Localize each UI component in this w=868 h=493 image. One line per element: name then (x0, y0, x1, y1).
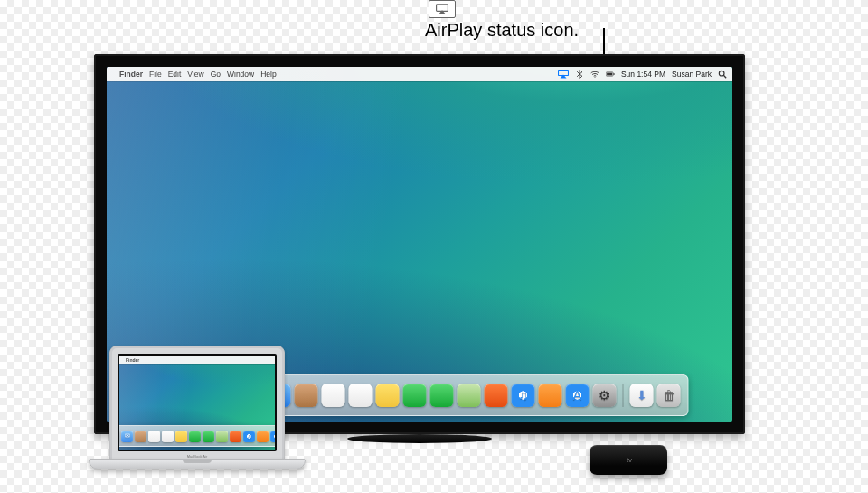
dock-app-notes[interactable] (175, 431, 187, 442)
dock-app-photo-booth[interactable] (485, 384, 508, 407)
menubar-app-name[interactable]: Finder (119, 70, 143, 79)
tv-stand (347, 434, 492, 443)
dock-app-messages[interactable] (403, 384, 427, 407)
scene: AirPlay status icon. Finder File Edit Vi… (0, 0, 868, 493)
dock-app-system-preferences[interactable]: ⚙︎ (593, 384, 617, 407)
dock-app-maps[interactable] (458, 384, 481, 407)
dock-app-trash[interactable]: 🗑 (657, 384, 681, 407)
dock-app-calendar[interactable] (322, 384, 345, 407)
dock-app-facetime[interactable] (203, 431, 214, 442)
macbook: Finder ✉︎♫A⚙︎⬇︎🗑 MacBook Air (89, 346, 304, 488)
wifi-status-icon[interactable] (590, 70, 599, 79)
macbook-lid: Finder ✉︎♫A⚙︎⬇︎🗑 MacBook Air (109, 346, 285, 461)
dock-app-maps[interactable] (216, 431, 228, 442)
airplay-icon (436, 4, 448, 14)
spotlight-icon[interactable] (718, 70, 727, 79)
dock-app-ibooks[interactable] (539, 384, 562, 407)
macbook-desktop: Finder ✉︎♫A⚙︎⬇︎🗑 (119, 356, 275, 450)
apple-tv-logo-text: tv (627, 456, 632, 464)
dock-app-photo-booth[interactable] (230, 431, 241, 442)
dock-app-reminders[interactable] (162, 431, 174, 442)
macbook-base (89, 459, 306, 469)
dock-app-notes[interactable] (376, 384, 400, 407)
dock-app-itunes[interactable]: ♫ (512, 384, 535, 407)
macbook-screen: Finder ✉︎♫A⚙︎⬇︎🗑 (119, 356, 275, 450)
macbook-bezel: Finder ✉︎♫A⚙︎⬇︎🗑 (118, 354, 277, 451)
menu-window[interactable]: Window (227, 70, 254, 79)
menu-go[interactable]: Go (211, 70, 221, 79)
dock-app-ibooks[interactable] (257, 431, 269, 442)
menu-file[interactable]: File (149, 70, 162, 79)
menu-help[interactable]: Help (260, 70, 276, 79)
battery-status-icon[interactable] (606, 70, 615, 79)
menubar[interactable]: Finder File Edit View Go Window Help (107, 67, 732, 81)
macbook-menubar[interactable]: Finder (119, 356, 275, 364)
airplay-callout-label: AirPlay status icon. (425, 20, 579, 41)
apple-tv-logo: tv (625, 456, 632, 464)
svg-rect-5 (607, 73, 612, 76)
dock-app-facetime[interactable] (430, 384, 454, 407)
dock-separator (623, 384, 624, 407)
dock-app-mail[interactable]: ✉︎ (121, 431, 133, 442)
dock-app-calendar[interactable] (148, 431, 160, 442)
dock-app-itunes[interactable]: ♫ (243, 431, 255, 442)
dock-app-reminders[interactable] (349, 384, 373, 407)
dock-app-downloads[interactable]: ⬇︎ (630, 384, 654, 407)
airplay-callout-icon-box (429, 0, 456, 18)
macbook-dock[interactable]: ✉︎♫A⚙︎⬇︎🗑 (119, 425, 275, 447)
apple-tv-device: tv (590, 445, 667, 475)
dock-app-contacts[interactable] (135, 431, 146, 442)
menubar-clock[interactable]: Sun 1:54 PM (621, 70, 665, 79)
menubar-app-name[interactable]: Finder (126, 357, 139, 363)
dock-app-messages[interactable] (189, 431, 201, 442)
airplay-status-icon[interactable] (558, 70, 569, 79)
svg-rect-4 (613, 73, 614, 75)
menubar-user[interactable]: Susan Park (672, 70, 712, 79)
dock-app-app-store[interactable]: A (566, 384, 590, 407)
dock-app-app-store[interactable]: A (270, 431, 275, 442)
macbook-notch (183, 460, 212, 463)
svg-line-7 (723, 75, 726, 78)
svg-point-6 (719, 71, 724, 76)
menu-view[interactable]: View (187, 70, 203, 79)
svg-point-2 (594, 77, 595, 78)
menu-edit[interactable]: Edit (168, 70, 182, 79)
bluetooth-status-icon[interactable] (575, 70, 584, 79)
